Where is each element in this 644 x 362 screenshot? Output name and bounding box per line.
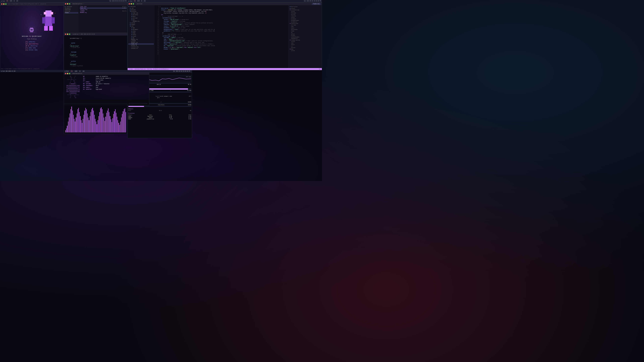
tree-git[interactable]: ▶ .git [128,7,154,9]
panel-hostname[interactable]: hostname [289,12,321,14]
panel-grub[interactable]: grubDevice [289,21,321,23]
panel-sys-settings[interactable]: ▼ systemSettings [289,9,321,11]
panel-profile[interactable]: profile [289,14,321,15]
fm-max[interactable] [69,3,70,4]
panel-description[interactable]: ◆ description [289,6,321,7]
viz-bar-45 [104,121,105,132]
panel-pkgs[interactable]: ▼ pkgs [289,48,321,50]
panel-nix-editor[interactable]: editor [289,44,321,45]
code-8: let [160,14,288,16]
tree-wsl[interactable]: ▶ wsl [128,19,154,21]
panel-nix-src[interactable]: src [289,45,321,47]
term-max[interactable] [69,33,70,35]
panel-theme[interactable]: theme [289,30,321,32]
fm-sidebar-themes[interactable]: Themes [64,12,78,13]
tree-readme-root[interactable]: · README.org [128,39,154,40]
fm-path: emmet@snowfire:~ [72,3,84,4]
neo-max[interactable] [69,73,70,74]
tree-readme-profiles[interactable]: · README.org [128,21,154,22]
panel-nix-system[interactable]: system [289,41,321,42]
tree-profiles[interactable]: ▼ profiles [128,11,154,12]
panel-system[interactable]: system [289,11,321,12]
tree-hardensh[interactable]: · harden.sh [128,45,154,46]
panel-bootmount[interactable]: bootMountPath [289,20,321,21]
btb2-content: ⊞ Tech 20% 100% 2S 10S [1,70,16,72]
tree-installorg[interactable]: · install.org [128,46,154,48]
panel-theme-label: theme [291,30,294,32]
tree-patches[interactable]: ▶ patches [128,9,154,11]
fm-sidebar-dotfiles[interactable]: ▶ .dotfiles [64,6,78,7]
panel-locale[interactable]: locale [289,17,321,18]
tree-flakenix[interactable]: · flake.nix [128,43,154,45]
viz-bar-37 [98,120,98,132]
panel-defaultroam[interactable]: defaultRoamDir [289,36,321,38]
fm-row-flakelock[interactable]: flake.lock 27.5 K [80,6,126,7]
cpu-status: 100% [10,0,12,2]
browser-ascii-logo: · · · · · · · · · · · · ┌───────────┐ · … [26,25,37,34]
panel-wm[interactable]: wm [289,32,321,33]
panel-dotfiles[interactable]: dotfilesDir [289,29,321,30]
fm-row-flakenix[interactable]: flake.nix 2.26 K [80,7,126,9]
term-close[interactable] [65,33,66,35]
tree-pkgs[interactable]: ▶ pkgs [128,32,154,34]
tree-lang[interactable]: ▶ lang [128,30,154,32]
panel-username[interactable]: username [289,24,321,26]
menu-closetab[interactable]: [x] [Close tab] [26,49,38,51]
panel-browser[interactable]: browser [289,35,321,36]
panel-outputs[interactable]: ◆ outputs [289,7,321,9]
tree-installsh[interactable]: · install.sh [128,48,154,49]
tree-system[interactable]: ▶ system [128,22,154,24]
fm-row-license[interactable]: LICENSE 34.2 K [80,10,126,12]
panel-bootmode[interactable]: bootMode [289,18,321,20]
tree-personal[interactable]: ▶ personal [128,14,154,15]
editor-tab-active[interactable]: flake.nix [312,3,321,5]
top-bar-left: ⊞ Tech 20% 100% 2S 10S Sat 2024-03-09 05… [0,0,128,2]
tree-worklab[interactable]: ▶ worklab [128,17,154,19]
panel-wmtype[interactable]: wmType [289,33,321,35]
tree-homelab[interactable]: ▶ home lab [128,12,154,14]
term-min[interactable] [67,33,68,35]
editor-max[interactable] [133,3,134,4]
fm-sidebar-documents[interactable]: Documents [64,7,78,9]
svg-rect-6 [44,26,48,31]
tree-wm[interactable]: ▶ wm [128,37,154,39]
tree-work[interactable]: ▶ work [128,15,154,17]
code-content[interactable]: { description = "Flake of LibrePhoenix";… [159,5,288,68]
panel-email[interactable]: email [289,27,321,29]
menu-history[interactable]: [$ h] [History] [26,45,38,46]
fm-min[interactable] [67,3,68,4]
tree-hardware[interactable]: ▶ hardware [128,29,154,30]
editor-min[interactable] [131,3,132,4]
menu-search[interactable]: [o] [Search] [26,41,35,42]
fm-sidebar-external[interactable]: External [64,10,78,12]
menu-quickmarks[interactable]: [b] [Quickmarks] [26,43,38,44]
tree-user[interactable]: ▼ user [128,25,154,27]
tree-shell[interactable]: ▶ shell [128,34,154,35]
neo-close[interactable] [65,73,66,74]
close-button[interactable] [1,3,2,5]
panel-timezone[interactable]: timezone [289,15,321,17]
panel-nix-patches[interactable]: patches [289,47,321,48]
menu-newtab[interactable]: [t] [New tab] [26,47,36,49]
tree-app[interactable]: ▶ app [128,27,154,29]
tree-license[interactable]: · LICENSE [128,40,154,42]
fm-row-readme[interactable]: README.org [80,12,126,13]
neo-min[interactable] [67,73,68,74]
fm-close[interactable] [65,3,66,4]
panel-spawnedit[interactable]: spawnEditor [289,38,321,39]
terminal-body[interactable]: systemSettings = { system = "x86_64-linu… [64,35,127,70]
panel-user-settings[interactable]: ▼ userSettings [289,23,321,24]
panel-name[interactable]: name [289,26,321,27]
tree-themes[interactable]: ▶ themes [128,24,154,25]
panel-nixpkgs[interactable]: ▼ nixpkgs-patched [289,39,321,41]
panel-nix-name-label: name [291,42,294,44]
tree-style[interactable]: ▶ style [128,35,154,37]
minimize-button[interactable] [3,3,4,5]
panel-nix-name[interactable]: name [289,42,321,44]
tree-readme2[interactable]: · README.org [128,42,154,43]
fm-sidebar-downloads[interactable]: Downloads [64,9,78,10]
editor-close[interactable] [129,3,130,4]
maximize-button[interactable] [5,3,6,5]
fm-row-installorg[interactable]: install.org [80,9,126,10]
panel-pkgs-system[interactable]: system [289,50,321,51]
